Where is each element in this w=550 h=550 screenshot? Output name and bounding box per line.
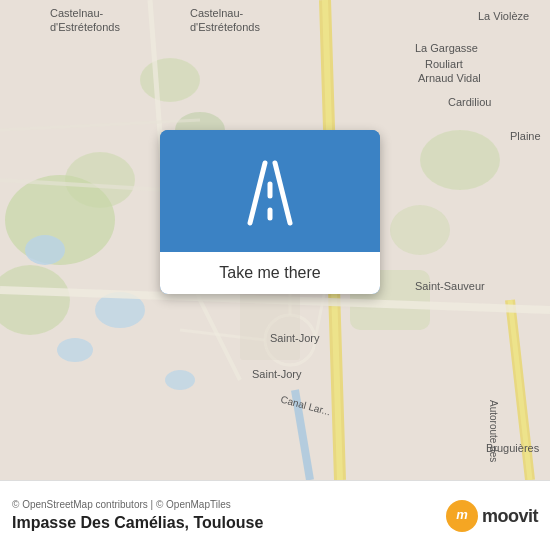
location-title: Impasse Des Camélias, Toulouse: [12, 514, 263, 532]
action-card: Take me there: [160, 130, 380, 294]
svg-point-11: [57, 338, 93, 362]
svg-point-4: [140, 58, 200, 102]
label-gargasse: La Gargasse: [415, 42, 478, 54]
label-arnaud: Arnaud Vidal: [418, 72, 481, 84]
svg-point-6: [420, 130, 500, 190]
road-icon: [230, 158, 310, 232]
svg-point-7: [390, 205, 450, 255]
moovit-brand-text: moovit: [482, 507, 538, 525]
take-me-there-button[interactable]: Take me there: [160, 252, 380, 294]
label-saint-sauveur: Saint-Sauveur: [415, 280, 485, 292]
label-plaine: Plaine: [510, 130, 541, 142]
bottom-left: © OpenStreetMap contributors | © OpenMap…: [12, 499, 263, 532]
svg-marker-36: [459, 522, 465, 527]
svg-line-31: [275, 163, 290, 223]
svg-point-12: [165, 370, 195, 390]
svg-point-9: [25, 235, 65, 265]
label-rouliart: Rouliart: [425, 58, 463, 70]
label-castelnau-2: Castelnau-d'Estrétefonds: [190, 6, 260, 35]
svg-text:m: m: [456, 507, 468, 522]
label-saint-jory-2: Saint-Jory: [252, 368, 302, 380]
card-icon-area: [160, 130, 380, 252]
label-cardiliou: Cardiliou: [448, 96, 491, 108]
label-violeze: La Violèze: [478, 10, 529, 22]
svg-line-30: [250, 163, 265, 223]
label-saint-jory-1: Saint-Jory: [270, 332, 320, 344]
svg-point-3: [65, 152, 135, 208]
moovit-logo[interactable]: m moovit: [446, 500, 538, 532]
label-castelnau-1: Castelnau-d'Estrétefonds: [50, 6, 120, 35]
label-bruguieres: Bruguières: [486, 442, 539, 454]
map-container: Castelnau-d'Estrétefonds Castelnau-d'Est…: [0, 0, 550, 480]
bottom-bar: © OpenStreetMap contributors | © OpenMap…: [0, 480, 550, 550]
attribution: © OpenStreetMap contributors | © OpenMap…: [12, 499, 263, 510]
moovit-pin-icon: m: [446, 500, 478, 532]
